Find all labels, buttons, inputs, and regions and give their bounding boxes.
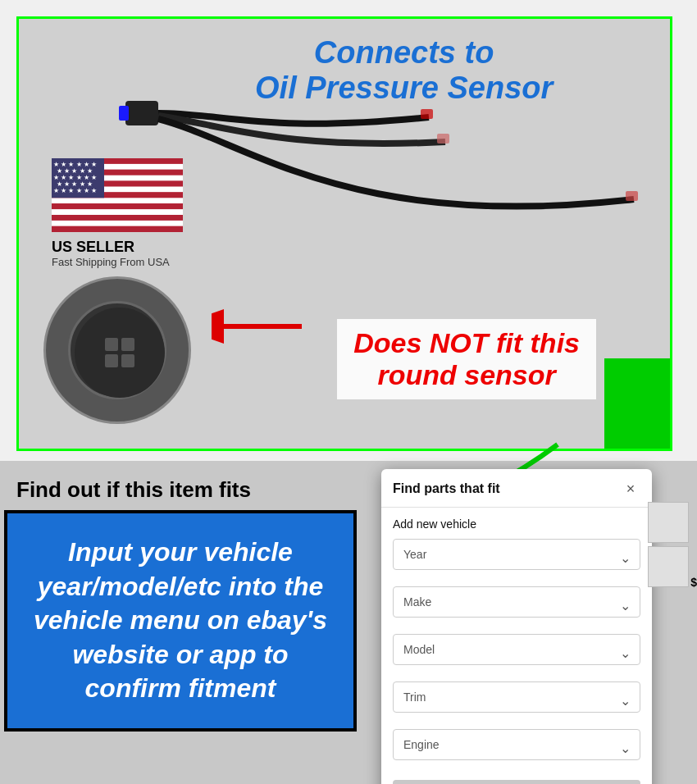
- svg-rect-27: [105, 338, 118, 351]
- svg-rect-2: [421, 109, 433, 119]
- right-bg-items: [648, 461, 697, 784]
- year-dropdown-wrapper: Year: [393, 539, 640, 578]
- modal-body: Add new vehicle Year Make Model: [381, 508, 652, 784]
- modal-header: Find parts that fit ×: [381, 469, 652, 508]
- svg-rect-16: [52, 209, 183, 215]
- find-parts-modal: Find parts that fit × Add new vehicle Ye…: [381, 469, 652, 784]
- bottom-section: Find out if this item fits Choose your v…: [0, 461, 697, 784]
- product-image-container: Connects to Oil Pressure Sensor: [16, 16, 672, 451]
- add-vehicle-button[interactable]: Add vehicle: [393, 780, 640, 784]
- make-select[interactable]: Make: [393, 586, 640, 618]
- svg-rect-17: [52, 215, 183, 221]
- trim-dropdown-wrapper: Trim: [393, 681, 640, 721]
- right-bg-item-1: [648, 502, 689, 543]
- svg-rect-19: [52, 226, 183, 232]
- svg-text:★ ★ ★ ★ ★ ★: ★ ★ ★ ★ ★ ★: [53, 187, 97, 194]
- left-panel: Find out if this item fits Choose your v…: [0, 461, 377, 784]
- svg-rect-4: [626, 191, 638, 201]
- add-vehicle-label: Add new vehicle: [393, 517, 640, 531]
- green-accent-rect: [604, 358, 670, 449]
- right-bg-item-2: [648, 546, 689, 587]
- us-seller-label: US SELLER: [52, 239, 191, 256]
- svg-rect-0: [125, 101, 158, 125]
- engine-dropdown-wrapper: Engine: [393, 729, 640, 768]
- find-out-title: Find out if this item fits: [16, 477, 361, 503]
- svg-rect-14: [52, 198, 183, 203]
- product-image: Connects to Oil Pressure Sensor: [19, 19, 670, 449]
- modal-close-button[interactable]: ×: [621, 479, 640, 499]
- engine-select[interactable]: Engine: [393, 729, 640, 760]
- svg-rect-18: [52, 221, 183, 226]
- us-seller-box: ★ ★ ★ ★ ★ ★ ★ ★ ★ ★ ★ ★ ★ ★ ★ ★ ★ ★ ★ ★ …: [52, 158, 191, 268]
- round-sensor-inner: [68, 301, 166, 399]
- product-title: Connects to Oil Pressure Sensor: [255, 35, 553, 106]
- svg-rect-30: [121, 354, 134, 367]
- us-flag: ★ ★ ★ ★ ★ ★ ★ ★ ★ ★ ★ ★ ★ ★ ★ ★ ★ ★ ★ ★ …: [52, 158, 183, 232]
- red-arrow: [212, 306, 310, 350]
- right-panel: Find parts that fit × Add new vehicle Ye…: [377, 461, 697, 784]
- does-not-fit-label: Does NOT fit this round sensor: [337, 319, 596, 399]
- model-dropdown-wrapper: Model: [393, 634, 640, 673]
- round-sensor: [43, 276, 191, 424]
- us-seller-sublabel: Fast Shipping From USA: [52, 256, 191, 268]
- svg-rect-28: [121, 338, 134, 351]
- svg-rect-3: [437, 134, 449, 144]
- model-select[interactable]: Model: [393, 634, 640, 665]
- modal-title: Find parts that fit: [393, 481, 500, 496]
- svg-rect-1: [119, 106, 129, 121]
- annotation-text: Input your vehicle year/model/etc into t…: [24, 536, 337, 706]
- annotation-box: Input your vehicle year/model/etc into t…: [4, 510, 357, 732]
- make-dropdown-wrapper: Make: [393, 586, 640, 626]
- year-select[interactable]: Year: [393, 539, 640, 570]
- trim-select[interactable]: Trim: [393, 681, 640, 713]
- svg-rect-29: [105, 354, 118, 367]
- svg-rect-15: [52, 203, 183, 209]
- svg-point-26: [75, 308, 165, 398]
